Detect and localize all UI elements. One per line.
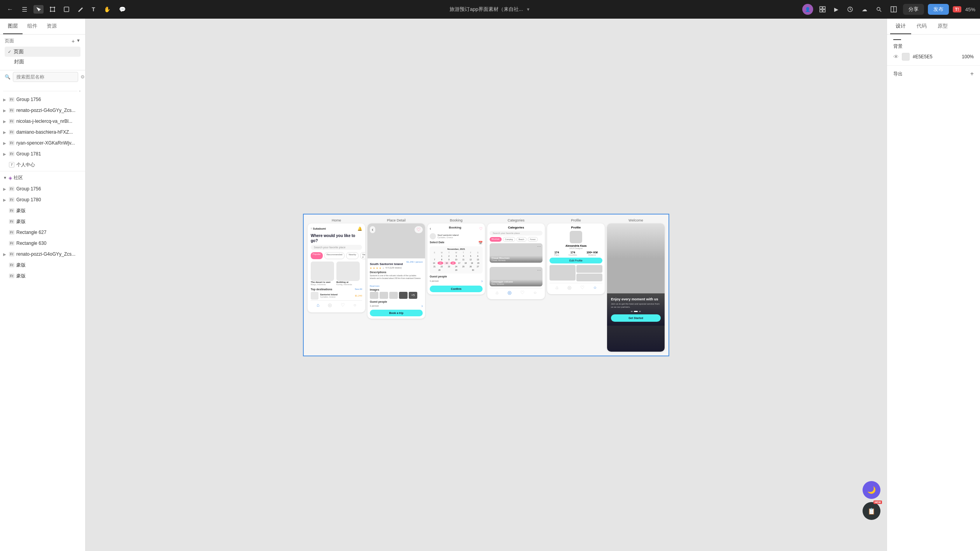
nav-profile-icon[interactable]: ○ — [354, 302, 356, 308]
title-dropdown[interactable]: ▼ — [526, 7, 530, 12]
booking-back[interactable]: ‹ — [430, 227, 431, 231]
comment-tool[interactable]: 💬 — [117, 5, 128, 14]
bg-color-swatch[interactable] — [902, 53, 910, 61]
screen-booking[interactable]: ‹ Booking ♡ Souf santorini island Cyclad… — [427, 223, 485, 295]
nav-compass-icon[interactable]: ◎ — [328, 302, 332, 308]
star-2: ★ — [373, 267, 375, 269]
toolbar-center: 旅游预订app界面素材（来自社... ▼ — [450, 6, 530, 13]
screen-detail[interactable]: ‹ ♡ South Santorini Island $1,240 / pers… — [368, 223, 425, 319]
nav-compass-p[interactable]: ◎ — [567, 285, 571, 290]
cat-tag-camping[interactable]: Camping — [503, 237, 515, 242]
tab-components[interactable]: 组件 — [23, 19, 42, 34]
cat-tag-mountain[interactable]: Mountain — [490, 237, 502, 242]
tab-prototype[interactable]: 原型 — [932, 19, 953, 34]
add-page-button[interactable]: + — [72, 38, 75, 44]
nav-home[interactable]: ⌂ — [496, 290, 499, 295]
zoom-icon[interactable] — [873, 5, 884, 14]
calendar: November, 2021 S M T W T F S — [430, 246, 483, 274]
layer-rect-627[interactable]: ▶ Fr Rectangle 627 — [0, 227, 85, 238]
layer-ryan[interactable]: ▶ Fr ryan-spencer-XGKaRnWjv... — [0, 138, 85, 148]
tag-nearby: Nearby — [346, 252, 358, 259]
layer-personal-center[interactable]: ▶ T 个人中心 — [0, 159, 85, 170]
hand-tool[interactable]: ✋ — [102, 5, 113, 14]
nav-home-p[interactable]: ⌂ — [556, 285, 558, 290]
pages-dropdown[interactable]: ▼ — [76, 38, 80, 44]
menu-button[interactable]: ☰ — [19, 4, 30, 15]
export-add-btn[interactable]: + — [970, 70, 974, 77]
filter-icon[interactable]: ⚙ — [80, 74, 85, 80]
tab-design[interactable]: 设计 — [890, 19, 911, 34]
layer-haobao-1[interactable]: ▶ Fr 豪版 — [0, 205, 85, 216]
history-icon[interactable] — [845, 5, 856, 14]
nav-user[interactable]: ○ — [534, 290, 536, 295]
layer-search-input[interactable] — [13, 72, 78, 82]
right-panel: 设计 代码 原型 背景 👁 #E5E5E5 100% 导出 + — [887, 19, 980, 551]
rect-tool[interactable] — [61, 5, 72, 14]
text-tool[interactable]: T — [89, 5, 98, 14]
layer-name: Group 1756 — [16, 97, 82, 102]
cat-search[interactable]: Search your favorite place — [490, 231, 542, 235]
eye-icon[interactable]: 👁 — [893, 54, 899, 60]
nav-user-p[interactable]: ○ — [593, 285, 596, 290]
back-btn-detail[interactable]: ‹ — [370, 226, 375, 233]
pen-tool[interactable] — [75, 5, 86, 14]
start-btn[interactable]: Get Started — [611, 314, 661, 322]
screen-welcome[interactable]: Enjoy every moment with us Join us to ge… — [607, 223, 665, 352]
home-search[interactable]: Search your favorite place — [311, 245, 362, 250]
layer-renato-2[interactable]: ▶ Fr renato-pozzi-G4oGYy_Zcs... — [0, 249, 85, 260]
cal-d-15-selected[interactable]: 15 — [438, 262, 443, 265]
gallery-grid — [550, 265, 602, 281]
layer-rect-630[interactable]: ▶ Fr Rectangle 630 — [0, 238, 85, 249]
screen-categories[interactable]: Categories Search your favorite place Mo… — [487, 223, 545, 299]
nav-compass[interactable]: ◎ — [508, 290, 511, 295]
cat-tag-forest[interactable]: Forest — [528, 237, 538, 242]
layer-damiano[interactable]: ▶ Fr damiano-baschiera-hFXZ... — [0, 127, 85, 138]
cal-d-16b[interactable]: 16 — [450, 262, 456, 265]
select-tool[interactable] — [33, 5, 44, 14]
heart-btn-detail[interactable]: ♡ — [415, 226, 423, 233]
community-label: 社区 — [14, 174, 23, 181]
nav-heart[interactable]: ♡ — [520, 290, 525, 295]
play-icon[interactable]: ▶ — [832, 5, 841, 14]
nav-home-icon[interactable]: ⌂ — [317, 302, 319, 308]
layout-icon[interactable] — [888, 5, 899, 14]
component-icon[interactable] — [817, 5, 828, 14]
person-img — [430, 233, 436, 239]
page-item-main[interactable]: ✓ 页面 — [5, 47, 80, 57]
frame-tool[interactable] — [47, 5, 58, 14]
confirm-btn[interactable]: Confirm — [430, 286, 483, 292]
layer-name: Group 1781 — [16, 151, 82, 157]
layer-haobao-4[interactable]: ▶ Fr 豪版 — [0, 270, 85, 281]
cloud-icon[interactable]: ☁ — [859, 5, 870, 14]
tab-code[interactable]: 代码 — [911, 19, 932, 34]
book-btn[interactable]: Book a trip — [370, 310, 423, 316]
cal-d: 30 — [465, 269, 481, 272]
edit-profile-btn[interactable]: Edit Profile — [550, 258, 602, 263]
publish-button[interactable]: 发布 — [928, 4, 949, 15]
float-btn-dark[interactable]: 📋 — [863, 502, 880, 520]
layer-group-1756-community[interactable]: ▶ Fr Group 1756 — [0, 183, 85, 194]
layer-nicolas[interactable]: ▶ Fr nicolas-j-leclercq-va_nrBl... — [0, 116, 85, 127]
layer-group-1756-top[interactable]: ▶ Fr Group 1756 — [0, 94, 85, 105]
float-btn-purple[interactable]: 🌙 — [863, 481, 880, 499]
share-button[interactable]: 分享 — [903, 4, 924, 15]
page-item-cover[interactable]: 封面 — [5, 57, 80, 67]
read-more[interactable]: Read more — [370, 285, 380, 287]
layer-haobao-3[interactable]: ▶ Fr 豪版 — [0, 260, 85, 270]
screen-home[interactable]: ≡ Sukabumi 🔔 Where would you like to go?… — [308, 223, 365, 312]
tab-layers[interactable]: 图层 — [3, 19, 23, 34]
welcome-dots — [611, 311, 661, 312]
cat-tag-beach[interactable]: Beach — [516, 237, 527, 242]
layer-haobao-2[interactable]: ▶ Fr 豪版 — [0, 216, 85, 227]
layer-renato-1[interactable]: ▶ Fr renato-pozzi-G4oGYy_Zcs... — [0, 105, 85, 116]
community-section-header[interactable]: ▼ ◈ 社区 — [0, 172, 85, 183]
back-button[interactable]: ← — [5, 4, 16, 14]
layer-group-1781[interactable]: ▶ Fr Group 1781 — [0, 148, 85, 159]
see-all-link[interactable]: See All — [355, 288, 362, 290]
cal-d-16[interactable]: 16 — [444, 262, 450, 265]
tab-assets[interactable]: 资源 — [42, 19, 61, 34]
screen-profile[interactable]: Profile Alexandria Kaza UI/UX Designer 1… — [547, 223, 605, 294]
layer-group-1780[interactable]: ▶ Fr Group 1780 — [0, 194, 85, 205]
nav-heart-p[interactable]: ♡ — [580, 285, 584, 290]
nav-heart-icon[interactable]: ♡ — [341, 302, 345, 308]
